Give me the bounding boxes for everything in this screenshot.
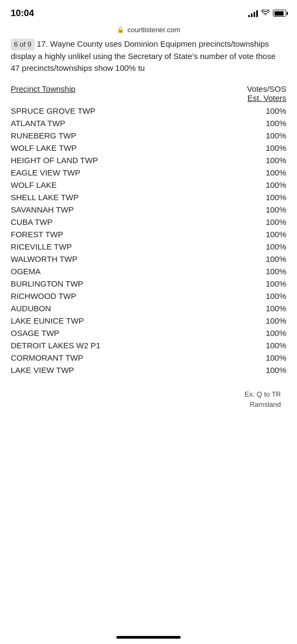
row-votes-value: 100% xyxy=(254,168,286,177)
table-row: SAVANNAH TWP100% xyxy=(11,203,286,216)
row-precinct-name: LAKE VIEW TWP xyxy=(11,365,74,375)
row-precinct-name: OSAGE TWP xyxy=(11,328,60,338)
row-votes-value: 100% xyxy=(254,279,286,288)
table-row: RICHWOOD TWP100% xyxy=(11,290,286,302)
table-row: FOREST TWP100% xyxy=(11,228,286,240)
table-row: LAKE VIEW TWP100% xyxy=(11,364,286,376)
row-votes-value: 100% xyxy=(254,365,286,375)
page-badge: 6 of 9 xyxy=(11,39,35,50)
row-votes-value: 100% xyxy=(254,217,286,226)
row-precinct-name: EAGLE VIEW TWP xyxy=(11,168,80,177)
table-header-row: Precinct Township Votes/SOS Est. Voters xyxy=(11,84,286,105)
col-header-votes-top: Votes/SOS xyxy=(247,84,286,93)
table-row: RICEVILLE TWP100% xyxy=(11,240,286,253)
row-votes-value: 100% xyxy=(254,316,286,325)
footer-note: Ex. Q to TR Ramsland xyxy=(11,389,286,410)
row-votes-value: 100% xyxy=(254,131,286,140)
status-bar: 10:04 xyxy=(0,0,297,24)
table-row: SPRUCE GROVE TWP100% xyxy=(11,105,286,117)
table-row: CUBA TWP100% xyxy=(11,216,286,228)
row-votes-value: 100% xyxy=(254,353,286,362)
row-precinct-name: HEIGHT OF LAND TWP xyxy=(11,156,98,165)
row-votes-value: 100% xyxy=(254,304,286,313)
table-row: AUDUBON100% xyxy=(11,302,286,314)
lock-icon: 🔒 xyxy=(117,26,124,33)
intro-paragraph: 6 of 917. Wayne County uses Dominion Equ… xyxy=(11,38,286,75)
table-row: HEIGHT OF LAND TWP100% xyxy=(11,154,286,166)
row-votes-value: 100% xyxy=(254,119,286,128)
row-votes-value: 100% xyxy=(254,205,286,214)
url-text: courtlistener.com xyxy=(128,26,180,34)
row-precinct-name: BURLINGTON TWP xyxy=(11,279,83,288)
row-precinct-name: LAKE EUNICE TWP xyxy=(11,316,84,325)
row-precinct-name: WOLF LAKE xyxy=(11,180,57,189)
table-row: WOLF LAKE100% xyxy=(11,179,286,191)
table-row: EAGLE VIEW TWP100% xyxy=(11,166,286,179)
row-precinct-name: WALWORTH TWP xyxy=(11,254,77,264)
row-votes-value: 100% xyxy=(254,230,286,239)
row-precinct-name: RICEVILLE TWP xyxy=(11,242,72,251)
row-precinct-name: FOREST TWP xyxy=(11,230,63,239)
row-votes-value: 100% xyxy=(254,143,286,152)
footer-note-line2: Ramsland xyxy=(11,399,281,410)
signal-bars-icon xyxy=(248,10,258,17)
row-precinct-name: SPRUCE GROVE TWP xyxy=(11,106,95,115)
table-row: WOLF LAKE TWP100% xyxy=(11,142,286,154)
table-row: OSAGE TWP100% xyxy=(11,327,286,339)
row-precinct-name: RICHWOOD TWP xyxy=(11,291,76,301)
table-row: OGEMA100% xyxy=(11,265,286,277)
row-precinct-name: CUBA TWP xyxy=(11,217,53,226)
table-row: WALWORTH TWP100% xyxy=(11,253,286,265)
row-precinct-name: AUDUBON xyxy=(11,304,51,313)
row-precinct-name: DETROIT LAKES W2 P1 xyxy=(11,341,100,350)
data-table: Precinct Township Votes/SOS Est. Voters … xyxy=(11,84,286,376)
table-row: LAKE EUNICE TWP100% xyxy=(11,314,286,327)
row-votes-value: 100% xyxy=(254,254,286,264)
table-row: CORMORANT TWP100% xyxy=(11,352,286,364)
table-row: RUNEBERG TWP100% xyxy=(11,129,286,142)
table-rows-container: SPRUCE GROVE TWP100%ATLANTA TWP100%RUNEB… xyxy=(11,105,286,376)
table-row: ATLANTA TWP100% xyxy=(11,117,286,129)
status-icons xyxy=(248,9,286,18)
row-votes-value: 100% xyxy=(254,341,286,350)
row-precinct-name: RUNEBERG TWP xyxy=(11,131,76,140)
table-row: SHELL LAKE TWP100% xyxy=(11,191,286,203)
row-votes-value: 100% xyxy=(254,156,286,165)
col-header-votes-bottom: Est. Voters xyxy=(247,93,286,103)
doc-content: 6 of 917. Wayne County uses Dominion Equ… xyxy=(0,38,297,410)
status-time: 10:04 xyxy=(11,8,34,19)
row-precinct-name: ATLANTA TWP xyxy=(11,119,65,128)
row-precinct-name: SAVANNAH TWP xyxy=(11,205,74,214)
footer-note-line1: Ex. Q to TR xyxy=(11,389,281,400)
row-votes-value: 100% xyxy=(254,291,286,301)
row-precinct-name: SHELL LAKE TWP xyxy=(11,193,79,202)
row-votes-value: 100% xyxy=(254,267,286,276)
col-header-votes-group: Votes/SOS Est. Voters xyxy=(247,84,286,103)
col-header-precinct: Precinct Township xyxy=(11,84,76,103)
row-votes-value: 100% xyxy=(254,328,286,338)
row-votes-value: 100% xyxy=(254,193,286,202)
wifi-icon xyxy=(261,9,270,18)
table-row: BURLINGTON TWP100% xyxy=(11,277,286,290)
browser-bar: 🔒 courtlistener.com xyxy=(0,24,297,38)
row-precinct-name: WOLF LAKE TWP xyxy=(11,143,77,152)
battery-icon xyxy=(273,10,286,17)
table-row: DETROIT LAKES W2 P1100% xyxy=(11,339,286,352)
row-votes-value: 100% xyxy=(254,242,286,251)
row-precinct-name: CORMORANT TWP xyxy=(11,353,83,362)
row-votes-value: 100% xyxy=(254,180,286,189)
row-votes-value: 100% xyxy=(254,106,286,115)
home-indicator xyxy=(116,636,181,639)
row-precinct-name: OGEMA xyxy=(11,267,41,276)
